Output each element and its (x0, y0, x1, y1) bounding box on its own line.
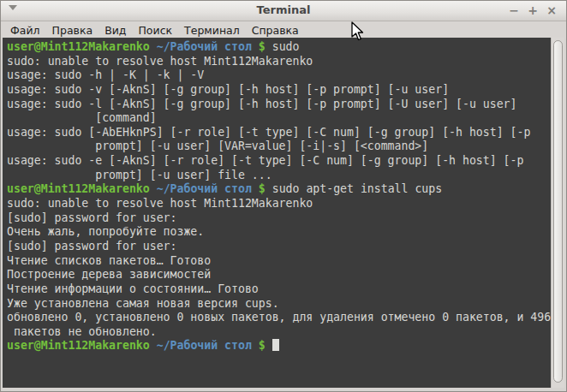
scrollbar-thumb[interactable] (553, 40, 563, 383)
output-text: Чтение информации о состоянии… Готово (7, 282, 259, 295)
output-text: usage: sudo -l [-AknS] [-g group] [-h ho… (7, 98, 516, 110)
terminal-line: пакетов не обновлено. (7, 325, 552, 340)
terminal-window: Terminal − + × ФайлПравкаВидПоискТермина… (0, 0, 567, 392)
output-text (252, 182, 259, 195)
terminal-line: Уже установлена самая новая версия cups. (7, 297, 552, 312)
maximize-button[interactable]: + (523, 3, 542, 18)
output-text (252, 339, 259, 352)
prompt-segment: ~/Рабочий стол (157, 182, 252, 195)
output-text (252, 40, 259, 53)
terminal-line: обновлено 0, установлено 0 новых пакетов… (7, 311, 552, 325)
output-text: пакетов не обновлено. (7, 325, 157, 338)
close-button[interactable]: × (542, 3, 561, 18)
output-text (150, 40, 157, 53)
menu-item-terminal[interactable]: Терминал (178, 23, 246, 38)
output-text: Чтение списков пакетов… Готово (7, 254, 211, 267)
prompt-segment: user@Mint112Makarenko (7, 339, 150, 352)
output-text (150, 339, 157, 352)
menu-bar: ФайлПравкаВидПоискТерминалСправка (1, 21, 566, 39)
menu-item-file[interactable]: Файл (4, 23, 46, 38)
terminal-line: user@Mint112Makarenko ~/Рабочий стол $ s… (7, 182, 552, 197)
terminal-line: sudo: unable to resolve host Mint112Maka… (7, 55, 552, 69)
output-text: [command] (7, 111, 157, 124)
output-text: [sudo] password for user: (7, 211, 177, 224)
terminal-line: [sudo] password for user: (7, 211, 552, 226)
prompt-segment: $ (259, 182, 266, 195)
menu-item-edit[interactable]: Правка (46, 23, 99, 38)
output-text: sudo (266, 40, 300, 53)
terminal-line: usage: sudo -v [-AknS] [-g group] [-h ho… (7, 83, 552, 98)
terminal-line: usage: sudo [-AbEHknPS] [-r role] [-t ty… (7, 126, 552, 140)
terminal-output: user@Mint112Makarenko ~/Рабочий стол $ s… (7, 40, 552, 353)
terminal-line: prompt] [-u user] [VAR=value] [-i|-s] [<… (7, 140, 552, 154)
terminal-line: sudo: unable to resolve host Mint112Maka… (7, 197, 552, 211)
output-text: sudo: unable to resolve host Mint112Maka… (7, 197, 313, 210)
terminal-line: usage: sudo -h | -K | -k | -V (7, 68, 552, 83)
prompt-segment: ~/Рабочий стол (157, 40, 252, 53)
menu-item-view[interactable]: Вид (98, 23, 132, 38)
output-text: usage: sudo -v [-AknS] [-g group] [-h ho… (7, 83, 449, 96)
menu-item-help[interactable]: Справка (246, 23, 305, 38)
terminal-viewport[interactable]: user@Mint112Makarenko ~/Рабочий стол $ s… (3, 38, 552, 388)
output-text: sudo: unable to resolve host Mint112Maka… (7, 55, 313, 68)
output-text (150, 182, 157, 195)
terminal-line: user@Mint112Makarenko ~/Рабочий стол $ (7, 339, 552, 353)
terminal-line: usage: sudo -e [-AknS] [-r role] [-t typ… (7, 154, 552, 169)
prompt-segment: user@Mint112Makarenko (7, 40, 150, 53)
output-text: Уже установлена самая новая версия cups. (7, 297, 279, 310)
minimize-button[interactable]: − (504, 3, 523, 18)
output-text: [sudo] password for user: (7, 240, 177, 252)
output-text: Очень жаль, попробуйте позже. (7, 225, 204, 238)
output-text: Построение дерева зависимостей (7, 268, 211, 281)
prompt-segment: ~/Рабочий стол (157, 339, 252, 352)
terminal-line: [command] (7, 111, 552, 126)
output-text: usage: sudo [-AbEHknPS] [-r role] [-t ty… (7, 126, 530, 139)
prompt-segment: $ (259, 40, 266, 53)
prompt-segment: $ (259, 339, 266, 352)
output-text: prompt] [-u user] file ... (7, 169, 272, 181)
window-title: Terminal (1, 3, 566, 16)
title-bar[interactable]: Terminal − + × (1, 1, 566, 21)
scrollbar[interactable] (551, 38, 564, 388)
text-block-cursor (272, 339, 279, 351)
output-text: sudo apt-get install cups (266, 182, 442, 195)
terminal-line: [sudo] password for user: (7, 240, 552, 254)
terminal-line: user@Mint112Makarenko ~/Рабочий стол $ s… (7, 40, 552, 55)
prompt-segment: user@Mint112Makarenko (7, 182, 150, 195)
output-text: обновлено 0, установлено 0 новых пакетов… (7, 311, 551, 324)
terminal-line: Чтение информации о состоянии… Готово (7, 282, 552, 297)
output-text (266, 339, 272, 352)
terminal-line: usage: sudo -l [-AknS] [-g group] [-h ho… (7, 98, 552, 112)
output-text: usage: sudo -e [-AknS] [-r role] [-t typ… (7, 154, 523, 167)
output-text: prompt] [-u user] [VAR=value] [-i|-s] [<… (7, 140, 428, 152)
menu-item-search[interactable]: Поиск (132, 23, 178, 38)
terminal-line: Чтение списков пакетов… Готово (7, 254, 552, 269)
output-text: usage: sudo -h | -K | -k | -V (7, 68, 204, 81)
terminal-line: Очень жаль, попробуйте позже. (7, 225, 552, 240)
terminal-line: Построение дерева зависимостей (7, 268, 552, 282)
terminal-line: prompt] [-u user] file ... (7, 169, 552, 183)
window-controls: − + × (504, 3, 561, 18)
